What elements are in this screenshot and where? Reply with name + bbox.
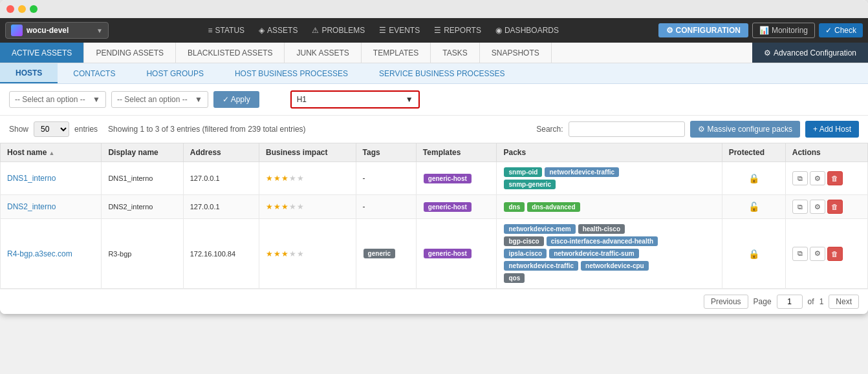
copy-button[interactable]: ⧉ bbox=[792, 247, 808, 261]
delete-button[interactable]: 🗑 bbox=[827, 171, 843, 185]
nav-items: ≡ STATUS ◈ ASSETS ⚠ PROBLEMS ☰ EVENTS ☰ … bbox=[111, 23, 656, 37]
pack-tag: snmp-oid bbox=[504, 167, 542, 177]
nav-assets[interactable]: ◈ ASSETS bbox=[252, 23, 304, 37]
cell-display-name: DNS2_interno bbox=[102, 195, 183, 219]
table-row: DNS2_interno DNS2_interno 127.0.0.1 ★★★★… bbox=[1, 195, 868, 219]
cell-templates: generic-host bbox=[416, 195, 497, 219]
pack-tag: snmp-generic bbox=[504, 180, 556, 189]
nav-problems[interactable]: ⚠ PROBLEMS bbox=[305, 23, 371, 37]
prev-page-button[interactable]: Previous bbox=[704, 295, 748, 309]
th-display-name[interactable]: Display name bbox=[102, 143, 183, 162]
subnav1-advanced-config[interactable]: ⚙ Advanced Configuration bbox=[752, 43, 868, 63]
configure-button[interactable]: ⚙ bbox=[810, 200, 825, 214]
subnav1-pending-assets[interactable]: PENDING ASSETS bbox=[84, 43, 176, 63]
pack-tag: networkdevice-traffic-sum bbox=[549, 249, 638, 258]
show-label: Show bbox=[9, 125, 28, 134]
search-input[interactable] bbox=[569, 121, 685, 137]
th-actions[interactable]: Actions bbox=[785, 143, 867, 162]
nav-reports[interactable]: ☰ REPORTS bbox=[428, 23, 488, 37]
nav-dashboards[interactable]: ◉ DASHBOARDS bbox=[489, 23, 565, 37]
subnav2-contacts[interactable]: CONTACTS bbox=[58, 63, 131, 83]
cell-address: 127.0.0.1 bbox=[183, 162, 259, 195]
th-templates[interactable]: Templates bbox=[416, 143, 497, 162]
hostname-link[interactable]: DNS1_interno bbox=[7, 174, 56, 183]
star-icon: ★ bbox=[289, 202, 296, 211]
star-icon: ★ bbox=[289, 174, 296, 183]
th-protected[interactable]: Protected bbox=[722, 143, 785, 162]
apply-button[interactable]: ✓ Apply bbox=[213, 91, 259, 108]
th-hostname[interactable]: Host name ▲ bbox=[1, 143, 102, 162]
subnav2-hosts[interactable]: HOSTS bbox=[0, 63, 58, 83]
nav-monitoring[interactable]: 📊 Monitoring bbox=[752, 23, 815, 38]
nav-configuration[interactable]: ⚙ CONFIGURATION bbox=[658, 23, 748, 37]
events-icon: ☰ bbox=[379, 26, 386, 35]
hostname-link[interactable]: DNS2_interno bbox=[7, 202, 56, 211]
tags-badge: generic bbox=[363, 249, 396, 258]
filter-select-2[interactable]: -- Select an option -- ▼ bbox=[111, 91, 208, 108]
th-tags[interactable]: Tags bbox=[356, 143, 416, 162]
hosts-table: Host name ▲ Display name Address Busines… bbox=[0, 143, 868, 289]
th-business-impact[interactable]: Business impact bbox=[259, 143, 356, 162]
filter-select-1[interactable]: -- Select an option -- ▼ bbox=[9, 91, 106, 108]
subnav1-snapshots[interactable]: SNAPSHOTS bbox=[480, 43, 552, 63]
subnav1-active-assets[interactable]: ACTIVE ASSETS bbox=[0, 43, 84, 63]
pack-tags: snmp-oidnetworkdevice-trafficsnmp-generi… bbox=[503, 167, 665, 190]
pack-tag: networkdevice-traffic bbox=[545, 167, 619, 177]
nav-right: ⚙ CONFIGURATION 📊 Monitoring ✓ Check bbox=[658, 23, 863, 38]
cell-address: 172.16.100.84 bbox=[183, 219, 259, 289]
maximize-button[interactable] bbox=[30, 5, 38, 13]
cell-templates: generic-host bbox=[416, 219, 497, 289]
pack-tag: networkdevice-mem bbox=[504, 224, 575, 234]
nav-status[interactable]: ≡ STATUS bbox=[202, 23, 252, 37]
add-host-button[interactable]: + Add Host bbox=[805, 121, 859, 138]
nav-events[interactable]: ☰ EVENTS bbox=[373, 23, 426, 37]
table-controls: Show 50 25 100 entries Showing 1 to 3 of… bbox=[0, 116, 868, 143]
nav-check[interactable]: ✓ Check bbox=[819, 23, 863, 37]
subnav1-blacklisted-assets[interactable]: BLACKLISTED ASSETS bbox=[176, 43, 285, 63]
star-icon: ★ bbox=[266, 202, 273, 211]
host-group-select[interactable]: H1 ▼ bbox=[290, 90, 420, 109]
hostname-link[interactable]: R4-bgp.a3sec.com bbox=[7, 249, 72, 258]
th-address[interactable]: Address bbox=[183, 143, 259, 162]
table-row: DNS1_interno DNS1_interno 127.0.0.1 ★★★★… bbox=[1, 162, 868, 195]
massive-configure-btn[interactable]: ⚙ Massive configure packs bbox=[690, 121, 800, 138]
copy-button[interactable]: ⧉ bbox=[792, 200, 808, 214]
delete-button[interactable]: 🗑 bbox=[827, 200, 843, 214]
subnav1: ACTIVE ASSETS PENDING ASSETS BLACKLISTED… bbox=[0, 43, 868, 63]
cell-stars: ★★★★★ bbox=[259, 219, 356, 289]
page-label: Page bbox=[754, 297, 772, 306]
minimize-button[interactable] bbox=[18, 5, 26, 13]
per-page-select[interactable]: 50 25 100 bbox=[34, 121, 69, 137]
entries-info: Showing 1 to 3 of 3 entries (filtered fr… bbox=[108, 125, 306, 134]
tag-dash: - bbox=[363, 202, 365, 211]
star-icon: ★ bbox=[281, 249, 288, 258]
action-buttons: ⧉ ⚙ 🗑 bbox=[792, 247, 861, 261]
close-button[interactable] bbox=[6, 5, 14, 13]
subnav1-junk-assets[interactable]: JUNK ASSETS bbox=[285, 43, 361, 63]
lock-icon: 🔒 bbox=[748, 249, 759, 259]
app-selector[interactable]: wocu-devel ▼ bbox=[5, 22, 109, 39]
titlebar bbox=[0, 0, 868, 18]
th-packs[interactable]: Packs bbox=[497, 143, 722, 162]
subnav2-host-groups[interactable]: HOST GROUPS bbox=[131, 63, 219, 83]
subnav1-tasks[interactable]: TASKS bbox=[431, 43, 479, 63]
next-page-button[interactable]: Next bbox=[829, 295, 859, 309]
delete-button[interactable]: 🗑 bbox=[827, 247, 843, 261]
cell-protected: 🔒 bbox=[722, 162, 785, 195]
host-group-arrow: ▼ bbox=[406, 95, 413, 104]
app-dropdown-arrow: ▼ bbox=[96, 27, 103, 34]
subnav2-service-business-processes[interactable]: SERVICE BUSINESS PROCESSES bbox=[363, 63, 521, 83]
star-icon: ★ bbox=[281, 202, 288, 211]
filter-row: -- Select an option -- ▼ -- Select an op… bbox=[0, 84, 868, 116]
cell-hostname: DNS1_interno bbox=[1, 162, 102, 195]
copy-button[interactable]: ⧉ bbox=[792, 171, 808, 185]
cell-stars: ★★★★★ bbox=[259, 162, 356, 195]
pack-tag: dns-advanced bbox=[527, 202, 580, 212]
configure-button[interactable]: ⚙ bbox=[810, 247, 825, 261]
pack-tag: bgp-cisco bbox=[504, 236, 543, 246]
star-icon: ★ bbox=[274, 202, 281, 211]
page-input[interactable] bbox=[777, 295, 803, 309]
configure-button[interactable]: ⚙ bbox=[810, 171, 825, 185]
subnav1-templates[interactable]: TEMPLATES bbox=[362, 43, 431, 63]
subnav2-host-business-processes[interactable]: HOST BUSINESS PROCESSES bbox=[219, 63, 363, 83]
